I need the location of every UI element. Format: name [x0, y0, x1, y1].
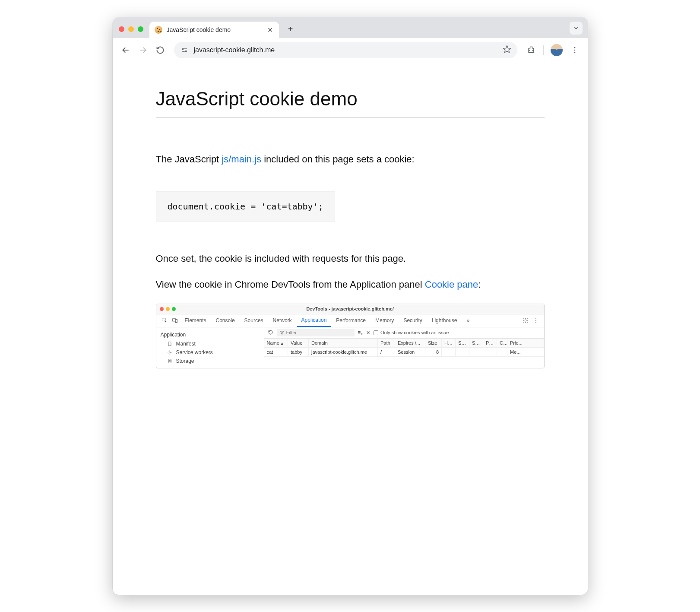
page-title: JavaScript cookie demo [156, 88, 545, 118]
sidebar-item-storage[interactable]: Storage [156, 357, 264, 365]
close-window-button[interactable] [119, 26, 124, 32]
code-block: document.cookie = 'cat=tabby'; [156, 191, 335, 222]
devtools-minimize-button[interactable] [166, 307, 170, 311]
col-value[interactable]: Value [288, 339, 309, 348]
forward-button[interactable] [135, 42, 151, 58]
tab-dropdown-button[interactable] [570, 22, 583, 35]
svg-point-8 [574, 49, 575, 51]
col-c[interactable]: C.. [497, 339, 507, 348]
col-samesite[interactable]: Sa... [469, 339, 483, 348]
tab-title: JavaScript cookie demo [167, 26, 262, 33]
col-secure[interactable]: Se... [456, 339, 469, 348]
svg-marker-6 [503, 45, 510, 52]
clear-all-icon[interactable]: ✕ [366, 330, 370, 336]
tab-console[interactable]: Console [212, 314, 239, 327]
col-name[interactable]: Name▲ [264, 339, 288, 348]
close-tab-button[interactable]: ✕ [266, 26, 274, 34]
window-controls [119, 26, 143, 32]
sidebar-item-service-workers[interactable]: Service workers [156, 348, 264, 357]
tab-elements[interactable]: Elements [181, 314, 211, 327]
sidebar-label-service-workers: Service workers [176, 349, 213, 355]
col-domain[interactable]: Domain [309, 339, 378, 348]
cell-partition [483, 347, 497, 356]
table-header-row: Name▲ Value Domain Path Expires /... Siz… [264, 339, 544, 348]
col-size[interactable]: Size [425, 339, 442, 348]
intro-paragraph: The JavaScript js/main.js included on th… [156, 152, 545, 166]
extensions-button[interactable] [523, 42, 539, 58]
col-partition[interactable]: Pa... [483, 339, 497, 348]
cell-secure [456, 347, 469, 356]
col-path[interactable]: Path [378, 339, 395, 348]
cell-priority: Me... [507, 347, 544, 356]
checkbox-icon [374, 330, 378, 335]
cookie-filter-input[interactable]: Filter [277, 329, 355, 336]
profile-avatar[interactable] [551, 44, 563, 56]
para3-text-1: View the cookie in Chrome DevTools from … [156, 279, 425, 290]
cookies-table: Name▲ Value Domain Path Expires /... Siz… [264, 339, 544, 357]
tab-memory[interactable]: Memory [371, 314, 398, 327]
cookie-row[interactable]: cat tabby javascript-cookie.glitch.me / … [264, 347, 544, 356]
col-priority[interactable]: Prio... [507, 339, 544, 348]
only-issue-checkbox[interactable]: Only show cookies with an issue [374, 330, 449, 335]
tab-security[interactable]: Security [399, 314, 426, 327]
cell-name: cat [264, 347, 288, 356]
cell-c [497, 347, 507, 356]
cell-expires: Session [395, 347, 425, 356]
devtools-title-text: DevTools - javascript-cookie.glitch.me/ [306, 306, 394, 311]
cookie-filter-bar: Filter ≡x ✕ Only show cookies with an is… [264, 327, 544, 339]
inspect-element-icon[interactable] [160, 317, 169, 323]
device-toolbar-icon[interactable] [170, 317, 180, 323]
svg-rect-12 [175, 320, 177, 323]
maximize-window-button[interactable] [138, 26, 143, 32]
new-tab-button[interactable]: + [285, 23, 296, 35]
devtools-sidebar: Application Manifest Service workers [156, 327, 264, 368]
only-issue-label: Only show cookies with an issue [380, 330, 449, 335]
file-icon [167, 341, 173, 346]
col-expires[interactable]: Expires /... [395, 339, 425, 348]
cookie-pane-link[interactable]: Cookie pane [425, 279, 478, 290]
cell-size: 8 [425, 347, 442, 356]
cell-samesite [469, 347, 483, 356]
devtools-maximize-button[interactable] [172, 307, 176, 311]
sidebar-label-manifest: Manifest [176, 341, 196, 347]
reload-button[interactable] [152, 42, 168, 58]
mainjs-link[interactable]: js/main.js [222, 154, 261, 165]
page-content: JavaScript cookie demo The JavaScript js… [113, 62, 588, 386]
devtools-main: Filter ≡x ✕ Only show cookies with an is… [264, 327, 544, 368]
devtools-panel-tabs: Elements Console Sources Network Applica… [156, 314, 544, 327]
funnel-icon [279, 330, 284, 335]
col-httponly[interactable]: Ht... [442, 339, 456, 348]
url-text: javascript-cookie.glitch.me [194, 46, 497, 54]
address-bar[interactable]: javascript-cookie.glitch.me [174, 42, 517, 58]
svg-point-9 [574, 52, 575, 53]
svg-marker-16 [280, 331, 283, 334]
intro-text-1: The JavaScript [156, 154, 222, 165]
menu-kebab-icon[interactable] [567, 42, 583, 58]
tab-application[interactable]: Application [297, 314, 331, 327]
settings-gear-icon[interactable] [521, 317, 530, 323]
site-settings-icon[interactable] [180, 46, 189, 54]
cell-domain: javascript-cookie.glitch.me [309, 347, 378, 356]
tab-performance[interactable]: Performance [332, 314, 370, 327]
tab-network[interactable]: Network [269, 314, 296, 327]
devtools-menu-icon[interactable]: ⋮ [531, 317, 541, 323]
minimize-window-button[interactable] [128, 26, 134, 32]
cell-value: tabby [288, 347, 309, 356]
bookmark-star-icon[interactable] [503, 45, 511, 55]
gear-icon [167, 350, 173, 355]
svg-point-13 [525, 320, 526, 321]
back-button[interactable] [118, 42, 133, 58]
tab-strip: JavaScript cookie demo ✕ + [113, 17, 588, 38]
browser-tab[interactable]: JavaScript cookie demo ✕ [149, 22, 279, 38]
devtools-close-button[interactable] [160, 307, 164, 311]
sidebar-item-manifest[interactable]: Manifest [156, 339, 264, 348]
svg-point-7 [574, 47, 575, 48]
refresh-cookies-icon[interactable] [268, 330, 273, 336]
cell-path: / [378, 347, 395, 356]
svg-point-4 [185, 51, 187, 52]
tabs-overflow[interactable]: » [462, 314, 474, 327]
clear-filter-icon[interactable]: ≡x [358, 330, 363, 336]
devtools-window-controls [160, 307, 176, 311]
tab-sources[interactable]: Sources [240, 314, 268, 327]
tab-lighthouse[interactable]: Lighthouse [428, 314, 462, 327]
